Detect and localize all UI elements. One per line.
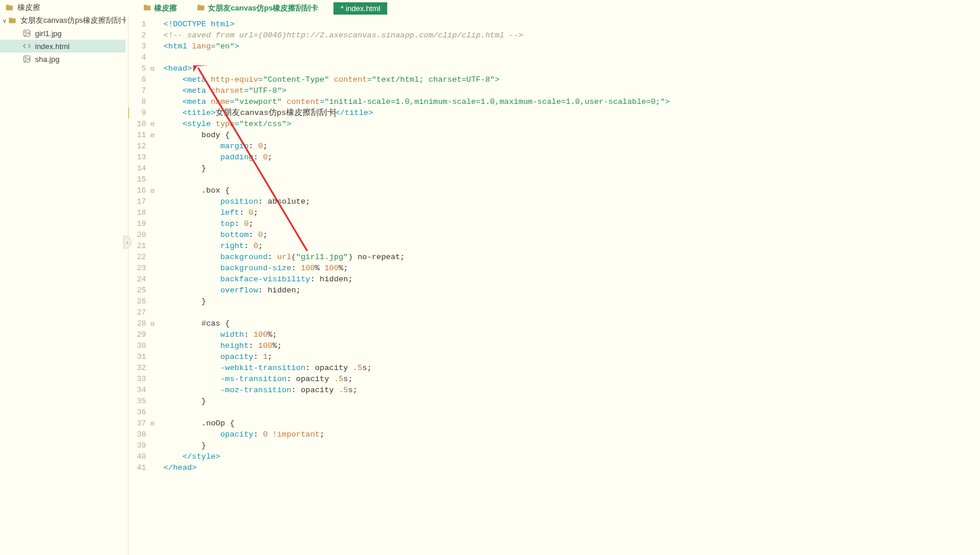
code-line[interactable]: <style type="text/css"> bbox=[164, 118, 975, 130]
code-line[interactable]: } bbox=[164, 296, 975, 307]
tree-item-label: 橡皮擦 bbox=[18, 2, 40, 13]
fold-toggle bbox=[151, 340, 159, 351]
fold-toggle bbox=[151, 462, 159, 473]
fold-toggle bbox=[151, 285, 159, 296]
fold-toggle bbox=[151, 362, 159, 374]
code-line[interactable]: top: 0; bbox=[164, 218, 975, 229]
code-line[interactable]: background-size: 100% 100%; bbox=[164, 263, 975, 274]
code-line[interactable]: padding: 0; bbox=[164, 152, 975, 163]
code-line[interactable]: } bbox=[164, 440, 975, 451]
code-line[interactable]: body { bbox=[164, 130, 975, 141]
code-line[interactable]: opacity: 1; bbox=[164, 351, 975, 362]
code-line[interactable]: <meta name="viewport" content="initial-s… bbox=[164, 96, 975, 107]
code-line[interactable]: -ms-transition: opacity .5s; bbox=[164, 374, 975, 385]
fold-toggle bbox=[151, 152, 159, 163]
fold-toggle bbox=[151, 41, 159, 52]
fold-toggle bbox=[151, 229, 159, 240]
code-line[interactable] bbox=[164, 407, 975, 418]
fold-toggle bbox=[151, 385, 159, 396]
fold-toggle bbox=[151, 141, 159, 152]
line-number: 15 bbox=[128, 174, 146, 185]
file-sha[interactable]: sha.jpg bbox=[0, 53, 126, 65]
line-number-gutter: 1234567891011121314151617181920212223242… bbox=[128, 16, 151, 555]
line-number: 26 bbox=[128, 296, 146, 307]
fold-toggle bbox=[151, 174, 159, 185]
code-line[interactable]: margin: 0; bbox=[164, 141, 975, 152]
code-line[interactable]: <!-- saved from url=(0046)http://2.axesc… bbox=[164, 30, 975, 41]
fold-toggle bbox=[151, 451, 159, 462]
breadcrumb-item[interactable]: 橡皮擦 bbox=[138, 2, 182, 15]
line-number: 28 bbox=[128, 318, 146, 329]
code-line[interactable]: <!DOCTYPE html> bbox=[164, 19, 975, 30]
fold-toggle[interactable]: ⊟ bbox=[151, 318, 159, 329]
line-number: 8 bbox=[128, 96, 146, 107]
code-line[interactable]: position: absolute; bbox=[164, 196, 975, 207]
tree-item-label: index.html bbox=[35, 42, 69, 51]
line-number: 9 bbox=[128, 107, 146, 118]
code-line[interactable]: backface-visibility: hidden; bbox=[164, 274, 975, 285]
code-line[interactable]: opacity: 0 !important; bbox=[164, 429, 975, 440]
line-number: 4 bbox=[128, 52, 146, 63]
tab-active[interactable]: * index.html bbox=[333, 2, 387, 15]
fold-toggle bbox=[151, 163, 159, 174]
fold-toggle bbox=[151, 196, 159, 207]
line-number: 10 bbox=[128, 118, 146, 130]
image-icon bbox=[22, 54, 32, 64]
folder-project[interactable]: ∨女朋友canvas仿ps橡皮擦刮刮卡 bbox=[0, 14, 126, 27]
fold-toggle[interactable]: ⊟ bbox=[151, 63, 159, 74]
line-number: 29 bbox=[128, 329, 146, 340]
fold-toggle bbox=[151, 240, 159, 252]
code-editor[interactable]: 1234567891011121314151617181920212223242… bbox=[128, 16, 980, 555]
code-line[interactable]: -moz-transition: opacity .5s; bbox=[164, 385, 975, 396]
folder-root[interactable]: 橡皮擦 bbox=[0, 1, 126, 14]
code-line[interactable]: </head> bbox=[164, 462, 975, 473]
fold-toggle bbox=[151, 96, 159, 107]
breadcrumb-label: 橡皮擦 bbox=[154, 3, 177, 13]
breadcrumb-item[interactable]: 女朋友canvas仿ps橡皮擦刮刮卡 bbox=[192, 2, 323, 15]
code-line[interactable]: overflow: hidden; bbox=[164, 285, 975, 296]
breadcrumb-label: * index.html bbox=[340, 4, 380, 13]
code-line[interactable]: <head> bbox=[164, 63, 975, 74]
code-line[interactable]: <title>女朋友canvas仿ps橡皮擦刮刮卡</title> bbox=[164, 107, 975, 118]
line-number: 3 bbox=[128, 41, 146, 52]
code-line[interactable]: .noOp { bbox=[164, 418, 975, 429]
code-line[interactable]: } bbox=[164, 163, 975, 174]
fold-toggle[interactable]: ⊟ bbox=[151, 118, 159, 130]
code-line[interactable]: bottom: 0; bbox=[164, 229, 975, 240]
code-icon bbox=[22, 41, 32, 51]
code-line[interactable]: #cas { bbox=[164, 318, 975, 329]
code-line[interactable]: background: url("girl1.jpg") no-repeat; bbox=[164, 252, 975, 263]
line-number: 41 bbox=[128, 462, 146, 473]
code-line[interactable]: } bbox=[164, 396, 975, 407]
line-number: 11 bbox=[128, 130, 146, 141]
fold-toggle bbox=[151, 85, 159, 96]
fold-column[interactable]: ⊟⊟⊟⊟⊟⊟ bbox=[151, 16, 159, 555]
file-index[interactable]: index.html bbox=[0, 40, 126, 53]
code-line[interactable]: right: 0; bbox=[164, 240, 975, 252]
code-content[interactable]: <!DOCTYPE html><!-- saved from url=(0046… bbox=[159, 16, 980, 555]
fold-toggle bbox=[151, 329, 159, 340]
code-line[interactable]: -webkit-transition: opacity .5s; bbox=[164, 362, 975, 374]
fold-toggle[interactable]: ⊟ bbox=[151, 418, 159, 429]
fold-toggle[interactable]: ⊟ bbox=[151, 130, 159, 141]
file-girl1[interactable]: girl1.jpg bbox=[0, 27, 126, 40]
code-line[interactable]: <html lang="en"> bbox=[164, 41, 975, 52]
line-number: 33 bbox=[128, 374, 146, 385]
svg-point-1 bbox=[25, 32, 26, 33]
line-number: 36 bbox=[128, 407, 146, 418]
code-line[interactable]: height: 100%; bbox=[164, 340, 975, 351]
code-line[interactable]: </style> bbox=[164, 451, 975, 462]
code-line[interactable]: <meta charset="UTF-8"> bbox=[164, 85, 975, 96]
code-line[interactable]: .box { bbox=[164, 185, 975, 196]
code-line[interactable] bbox=[164, 307, 975, 318]
line-number: 39 bbox=[128, 440, 146, 451]
code-line[interactable] bbox=[164, 52, 975, 63]
line-number: 22 bbox=[128, 252, 146, 263]
fold-toggle[interactable]: ⊟ bbox=[151, 185, 159, 196]
code-line[interactable]: <meta http-equiv="Content-Type" content=… bbox=[164, 74, 975, 85]
code-line[interactable]: width: 100%; bbox=[164, 329, 975, 340]
breadcrumb-tabs: 橡皮擦女朋友canvas仿ps橡皮擦刮刮卡* index.html bbox=[126, 0, 980, 16]
code-line[interactable] bbox=[164, 174, 975, 185]
line-number: 40 bbox=[128, 451, 146, 462]
code-line[interactable]: left: 0; bbox=[164, 207, 975, 218]
